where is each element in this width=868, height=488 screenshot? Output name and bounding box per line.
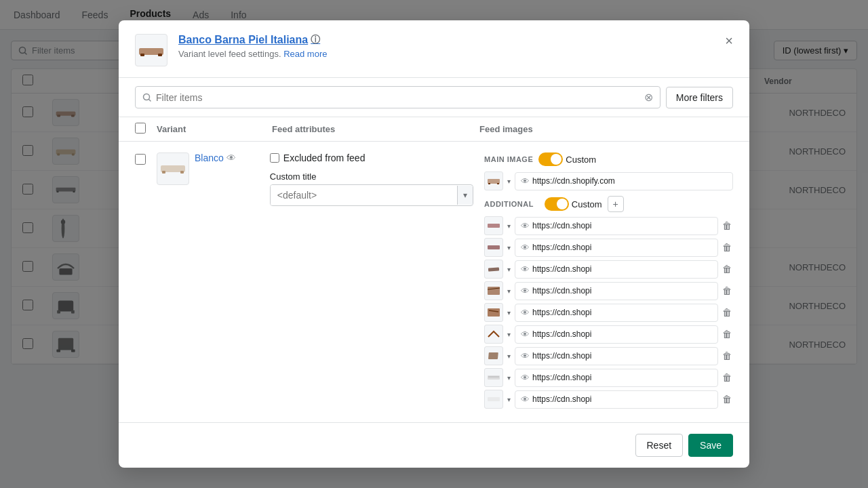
add-img-url-field-6: 👁 https://cdn.shopi <box>515 347 718 365</box>
add-img-eye-0[interactable]: 👁 <box>521 221 530 231</box>
add-img-dropdown-7[interactable]: ▾ <box>506 374 512 382</box>
additional-toggle-switch[interactable] <box>545 197 569 211</box>
additional-image-row-2: ▾ 👁 https://cdn.shopi 🗑 <box>484 260 733 279</box>
add-img-thumb-8 <box>484 390 503 409</box>
additional-image-row-5: ▾ 👁 https://cdn.shopi 🗑 <box>484 325 733 344</box>
modal-content-area: Blanco 👁 Excluded from feed Custom title <box>119 142 749 422</box>
add-img-thumb-7 <box>484 368 503 387</box>
variant-info-col: Blanco 👁 <box>157 152 270 185</box>
add-img-url-4: https://cdn.shopi <box>532 308 712 317</box>
add-img-eye-6[interactable]: 👁 <box>521 351 530 361</box>
add-img-url-1: https://cdn.shopi <box>532 243 712 252</box>
add-img-thumb-3 <box>484 281 503 300</box>
delete-img-btn-3[interactable]: 🗑 <box>721 284 733 298</box>
add-img-dropdown-3[interactable]: ▾ <box>506 287 512 295</box>
svg-rect-32 <box>488 245 500 249</box>
add-img-url-field-8: 👁 https://cdn.shopi <box>515 390 718 409</box>
add-img-thumb-0 <box>484 216 503 235</box>
add-img-eye-1[interactable]: 👁 <box>521 243 530 253</box>
additional-image-row-4: ▾ 👁 https://cdn.shopi 🗑 <box>484 303 733 322</box>
save-button[interactable]: Save <box>688 434 733 457</box>
add-img-url-field-5: 👁 https://cdn.shopi <box>515 325 718 344</box>
svg-rect-29 <box>488 183 490 184</box>
add-img-url-6: https://cdn.shopi <box>532 351 712 361</box>
modal-overlay: Banco Barna Piel Italiana ⓘ Variant leve… <box>0 0 868 488</box>
add-img-thumb-6 <box>484 346 503 365</box>
custom-title-field: ▾ <box>270 184 473 206</box>
svg-rect-21 <box>140 54 144 56</box>
additional-image-row-3: ▾ 👁 https://cdn.shopi 🗑 <box>484 281 733 300</box>
delete-img-btn-8[interactable]: 🗑 <box>721 392 733 406</box>
modal-search-icon <box>142 93 152 102</box>
add-img-url-7: https://cdn.shopi <box>532 373 712 382</box>
modal-search-row: ⊗ More filters <box>119 78 749 117</box>
add-img-dropdown-4[interactable]: ▾ <box>506 309 512 317</box>
svg-rect-22 <box>158 54 162 56</box>
more-filters-button[interactable]: More filters <box>666 87 733 108</box>
exclude-feed-label: Excluded from feed <box>283 152 366 163</box>
reset-button[interactable]: Reset <box>635 434 684 457</box>
exclude-from-feed-row: Excluded from feed <box>270 152 473 163</box>
modal-select-all-checkbox[interactable] <box>135 123 146 134</box>
add-img-url-3: https://cdn.shopi <box>532 286 712 296</box>
additional-label: ADDITIONAL <box>484 200 534 208</box>
main-image-dropdown-btn[interactable]: ▾ <box>506 178 512 185</box>
add-img-eye-3[interactable]: 👁 <box>521 286 530 296</box>
delete-img-btn-6[interactable]: 🗑 <box>721 349 733 363</box>
main-image-url-text: https://cdn.shopify.com <box>532 176 727 186</box>
custom-title-dropdown-trigger[interactable]: ▾ <box>457 186 473 205</box>
svg-rect-28 <box>488 179 500 184</box>
svg-rect-27 <box>180 171 184 174</box>
background-page: Dashboard Feeds Products Ads Info Filter… <box>0 0 868 488</box>
exclude-feed-checkbox[interactable] <box>270 153 279 163</box>
add-img-url-field-2: 👁 https://cdn.shopi <box>515 260 718 279</box>
main-image-toggle[interactable]: Custom <box>538 152 596 166</box>
variant-checkbox[interactable] <box>135 154 146 165</box>
main-image-eye-icon[interactable]: 👁 <box>521 176 530 186</box>
add-img-dropdown-8[interactable]: ▾ <box>506 396 512 403</box>
add-img-url-2: https://cdn.shopi <box>532 264 712 274</box>
add-img-eye-5[interactable]: 👁 <box>521 329 530 340</box>
svg-rect-36 <box>488 308 500 317</box>
add-img-eye-2[interactable]: 👁 <box>521 264 530 274</box>
add-img-eye-8[interactable]: 👁 <box>521 394 530 405</box>
delete-img-btn-2[interactable]: 🗑 <box>721 262 733 276</box>
additional-image-row-1: ▾ 👁 https://cdn.shopi 🗑 <box>484 238 733 257</box>
main-image-label: MAIN IMAGE <box>484 155 533 163</box>
variant-name-link[interactable]: Blanco <box>195 152 224 163</box>
svg-rect-26 <box>162 171 165 174</box>
clear-search-icon[interactable]: ⊗ <box>644 91 653 104</box>
svg-rect-30 <box>497 183 499 184</box>
svg-rect-33 <box>488 267 499 271</box>
add-img-dropdown-0[interactable]: ▾ <box>506 222 512 230</box>
additional-image-row-8: ▾ 👁 https://cdn.shopi 🗑 <box>484 390 733 409</box>
read-more-link[interactable]: Read more <box>283 49 327 59</box>
add-img-dropdown-6[interactable]: ▾ <box>506 352 512 360</box>
delete-img-btn-4[interactable]: 🗑 <box>721 306 733 319</box>
add-img-eye-4[interactable]: 👁 <box>521 308 530 318</box>
delete-img-btn-1[interactable]: 🗑 <box>721 241 733 254</box>
additional-toggle-label: Custom <box>572 199 602 209</box>
add-image-button[interactable]: + <box>608 196 624 212</box>
modal-close-button[interactable]: × <box>725 34 733 47</box>
variant-eye-icon[interactable]: 👁 <box>226 152 236 163</box>
custom-title-input[interactable] <box>271 185 457 205</box>
add-img-dropdown-1[interactable]: ▾ <box>506 244 512 251</box>
main-image-toggle-switch[interactable] <box>538 152 563 166</box>
delete-img-btn-7[interactable]: 🗑 <box>721 371 733 384</box>
add-img-dropdown-2[interactable]: ▾ <box>506 266 512 273</box>
main-image-thumb <box>484 171 503 190</box>
modal-search-input[interactable] <box>156 92 640 103</box>
info-icon: ⓘ <box>311 34 320 46</box>
modal-product-thumbnail <box>135 34 167 66</box>
delete-img-btn-0[interactable]: 🗑 <box>721 219 733 232</box>
svg-line-24 <box>149 99 151 101</box>
modal-product-title: Banco Barna Piel Italiana ⓘ <box>178 34 320 46</box>
delete-img-btn-5[interactable]: 🗑 <box>721 327 733 341</box>
col-feed-attrs-header: Feed attributes <box>272 124 479 134</box>
col-variant-header: Variant <box>157 124 272 134</box>
additional-toggle[interactable]: Custom <box>545 197 602 211</box>
add-img-eye-7[interactable]: 👁 <box>521 373 530 383</box>
modal-subtitle: Variant level feed settings. Read more <box>178 49 714 59</box>
add-img-dropdown-5[interactable]: ▾ <box>506 331 512 338</box>
